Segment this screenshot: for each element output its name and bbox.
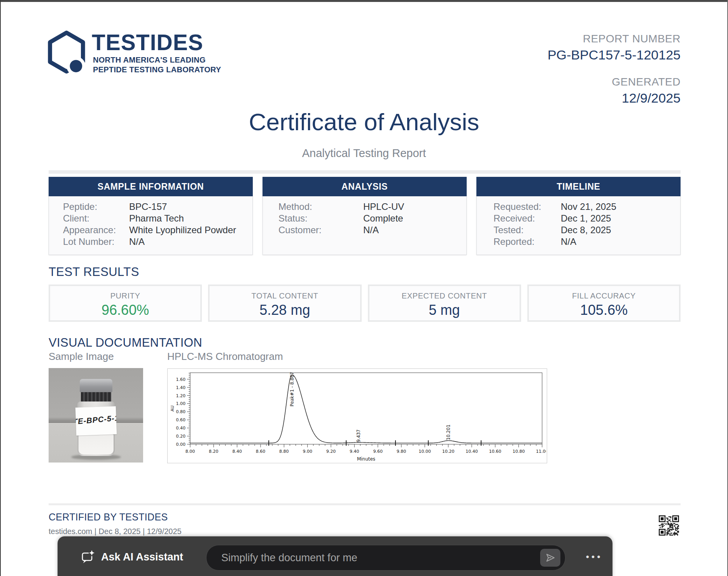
footer-info-line: testides.com | Dec 8, 2025 | 12/9/2025 (49, 527, 182, 536)
svg-text:11.00: 11.00 (536, 449, 546, 454)
chromatogram-plot: 8.008.208.408.608.809.009.209.409.609.80… (168, 369, 546, 462)
more-options-button[interactable]: ••• (583, 547, 606, 567)
section-divider (49, 170, 681, 174)
vial-label: TE-BPC-5-1 (75, 406, 117, 436)
analysis-panel: ANALYSIS Method:HPLC-UV Status:Complete … (262, 177, 467, 255)
svg-text:0.20: 0.20 (176, 434, 186, 439)
svg-text:10.40: 10.40 (466, 449, 478, 454)
purity-card: PURITY 96.60% (49, 285, 202, 322)
report-meta: REPORT NUMBER PG-BPC157-5-120125 GENERAT… (548, 33, 681, 106)
svg-text:1.20: 1.20 (176, 393, 186, 398)
svg-text:1.00: 1.00 (176, 401, 186, 406)
svg-text:8.40: 8.40 (232, 449, 242, 454)
svg-text:10.20: 10.20 (442, 449, 455, 454)
test-result-cards: PURITY 96.60% TOTAL CONTENT 5.28 mg EXPE… (49, 285, 681, 322)
panel-header: TIMELINE (476, 177, 681, 196)
total-content-card: TOTAL CONTENT 5.28 mg (208, 285, 361, 322)
info-panels: SAMPLE INFORMATION Peptide:BPC-157 Clien… (49, 177, 681, 255)
svg-text:8.20: 8.20 (209, 449, 219, 454)
document-page: TESTIDES NORTH AMERICA'S LEADING PEPTIDE… (0, 0, 728, 576)
vial-cap (80, 379, 112, 392)
svg-text:9.20: 9.20 (326, 449, 336, 454)
svg-text:AU: AU (170, 405, 175, 412)
viewer-top-edge (0, 0, 728, 2)
info-row: Method:HPLC-UV (263, 201, 466, 213)
vial-body: TE-BPC-5-1 (77, 401, 115, 456)
svg-text:Peak#1 - 8.867: Peak#1 - 8.867 (289, 372, 295, 407)
svg-text:10.00: 10.00 (419, 449, 431, 454)
vial-powder (79, 434, 114, 454)
sample-photo: TE-BPC-5-1 (49, 368, 143, 463)
info-row: Client:Pharma Tech (49, 213, 252, 224)
info-row: Appearance:White Lyophilized Powder (49, 224, 252, 236)
svg-text:1.60: 1.60 (176, 377, 186, 382)
ai-prompt-input[interactable] (220, 545, 494, 570)
info-row: Status:Complete (263, 213, 466, 224)
chromatogram-label: HPLC-MS Chromatogram (167, 351, 283, 363)
info-row: Tested:Dec 8, 2025 (477, 224, 680, 236)
svg-text:0.80: 0.80 (176, 409, 186, 414)
svg-text:10.80: 10.80 (513, 449, 525, 454)
sample-information-panel: SAMPLE INFORMATION Peptide:BPC-157 Clien… (49, 177, 253, 255)
ai-assistant-icon (81, 550, 96, 565)
chromatogram-figure: 8.008.208.408.608.809.009.209.409.609.80… (167, 368, 547, 463)
info-row: Customer:N/A (263, 224, 466, 236)
info-row: Lot Number:N/A (49, 236, 252, 248)
info-row: Requested:Nov 21, 2025 (477, 201, 680, 213)
hexagon-logo-icon (46, 30, 87, 74)
report-number-label: REPORT NUMBER (548, 33, 681, 45)
info-row: Peptide:BPC-157 (49, 201, 252, 213)
generated-date: 12/9/2025 (548, 91, 681, 106)
visual-documentation-heading: VISUAL DOCUMENTATION (49, 336, 202, 350)
report-number-value: PG-BPC157-5-120125 (548, 47, 681, 63)
svg-text:9.40: 9.40 (350, 449, 359, 454)
svg-text:8.00: 8.00 (186, 449, 195, 454)
timeline-panel: TIMELINE Requested:Nov 21, 2025 Received… (476, 177, 681, 255)
svg-text:0.40: 0.40 (176, 426, 186, 431)
expected-content-card: EXPECTED CONTENT 5 mg (368, 285, 521, 322)
sample-vial: TE-BPC-5-1 (77, 379, 115, 457)
panel-header: SAMPLE INFORMATION (49, 177, 253, 196)
svg-text:9.60: 9.60 (373, 449, 383, 454)
svg-text:10.201: 10.201 (446, 424, 451, 440)
svg-text:0.60: 0.60 (176, 417, 186, 422)
brand-name: TESTIDES (92, 30, 203, 55)
svg-text:9.437: 9.437 (356, 429, 361, 442)
svg-text:0.00: 0.00 (176, 442, 186, 447)
fill-accuracy-card: FILL ACCURACY 105.6% (527, 285, 681, 322)
ask-ai-assistant-button[interactable]: Ask AI Assistant (101, 551, 183, 563)
test-results-heading: TEST RESULTS (49, 265, 139, 279)
ai-assistant-bar[interactable]: Ask AI Assistant ••• (58, 536, 612, 576)
svg-text:9.80: 9.80 (397, 449, 406, 454)
ai-input-pill[interactable] (206, 545, 565, 571)
svg-text:10.60: 10.60 (489, 449, 502, 454)
send-icon (545, 553, 555, 563)
sample-image-label: Sample Image (49, 351, 114, 363)
certified-text: CERTIFIED BY TESTIDES (49, 511, 168, 523)
panel-header: ANALYSIS (262, 177, 467, 196)
page-title: Certificate of Analysis (0, 108, 728, 136)
brand-tagline: NORTH AMERICA'S LEADING PEPTIDE TESTING … (93, 55, 221, 75)
send-button[interactable] (540, 549, 560, 567)
viewer-left-edge (0, 0, 1, 576)
svg-text:1.40: 1.40 (176, 385, 186, 390)
footer-divider (49, 503, 681, 505)
info-row: Received:Dec 1, 2025 (477, 213, 680, 224)
info-row: Reported:N/A (477, 236, 680, 248)
page-subtitle: Analytical Testing Report (0, 147, 728, 160)
svg-text:9.00: 9.00 (303, 449, 312, 454)
svg-text:8.80: 8.80 (279, 449, 289, 454)
brand-logo: TESTIDES NORTH AMERICA'S LEADING PEPTIDE… (46, 30, 264, 76)
svg-text:8.60: 8.60 (256, 449, 266, 454)
qr-code (659, 515, 679, 536)
vial-crimp-seal (81, 392, 111, 401)
generated-label: GENERATED (548, 76, 681, 88)
svg-text:Minutes: Minutes (357, 456, 375, 462)
